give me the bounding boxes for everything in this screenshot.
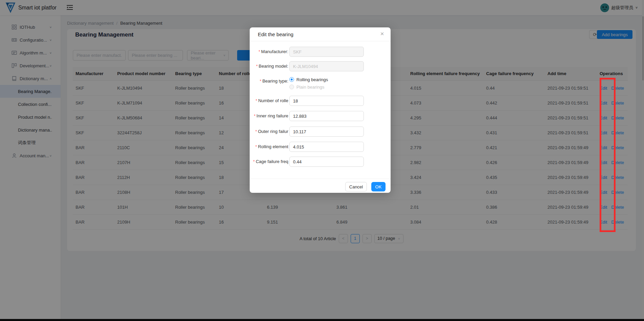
cage-failure-input[interactable] <box>289 157 364 167</box>
inner-ring-failure-input[interactable] <box>289 111 364 121</box>
page: Smart iot platfor 超级管理员 ∨ IOTHub∨Configu… <box>0 0 644 321</box>
form-row-bearing-type: *Bearing type: Rolling bearings Plain be… <box>250 76 391 92</box>
bearing-model-input <box>289 61 364 71</box>
manufacturer-input <box>289 47 364 57</box>
close-icon[interactable]: × <box>378 30 386 38</box>
field-label: *Manufacturer: <box>253 47 288 57</box>
modal-footer-divider <box>250 179 391 179</box>
window-bottom-edge <box>0 319 644 321</box>
required-asterisk: * <box>260 79 262 84</box>
field-label: *Bearing model: <box>253 61 288 71</box>
form-row-outer-ring: *Outer ring failur <box>250 127 391 137</box>
field-label: *Inner ring failure <box>253 111 288 121</box>
field-label: *Number of rolle <box>253 96 288 106</box>
radio-checked-icon <box>289 77 294 82</box>
required-asterisk: * <box>258 49 260 54</box>
outer-ring-failure-input[interactable] <box>289 127 364 137</box>
required-asterisk: * <box>256 64 258 69</box>
number-of-rollers-input[interactable] <box>289 96 364 106</box>
form-row-bearing-model: *Bearing model: <box>250 61 391 72</box>
form-row-rolling-element: *Rolling element <box>250 142 391 153</box>
field-label: *Bearing type: <box>253 76 288 87</box>
form-row-cage-failure: *Cage failure freq <box>250 157 391 167</box>
required-asterisk: * <box>255 98 257 103</box>
field-label: *Rolling element <box>253 142 288 152</box>
radio-plain-bearings: Plain bearings <box>289 83 328 91</box>
bearing-type-radio-group: Rolling bearings Plain bearings <box>289 76 328 91</box>
form-row-manufacturer: *Manufacturer: <box>250 47 391 58</box>
modal-title: Edit the bearing <box>250 27 391 41</box>
form-row-number-of-rollers: *Number of rolle <box>250 96 391 107</box>
required-asterisk: * <box>253 159 255 164</box>
required-asterisk: * <box>254 114 255 118</box>
annotation-red-box <box>600 78 616 232</box>
field-label: *Cage failure freq <box>253 157 288 167</box>
field-label: *Outer ring failur <box>253 127 288 137</box>
ok-button[interactable]: OK <box>371 182 386 191</box>
radio-disabled-icon <box>289 85 294 89</box>
required-asterisk: * <box>255 129 257 134</box>
cancel-button[interactable]: Cancel <box>345 182 367 191</box>
edit-bearing-modal: Edit the bearing × *Manufacturer: *Beari… <box>250 27 391 193</box>
rolling-element-input[interactable] <box>289 142 364 152</box>
radio-rolling-bearings[interactable]: Rolling bearings <box>289 76 328 83</box>
required-asterisk: * <box>255 144 257 149</box>
form-row-inner-ring: *Inner ring failure <box>250 111 391 122</box>
